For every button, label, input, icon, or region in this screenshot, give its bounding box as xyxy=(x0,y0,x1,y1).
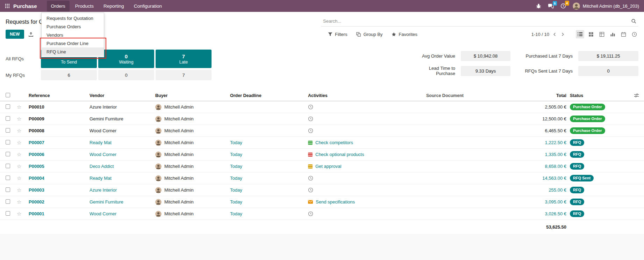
column-header-buyer[interactable]: Buyer xyxy=(155,93,230,98)
activity-label[interactable]: Get approval xyxy=(315,164,341,169)
table-row[interactable]: ☆ P00006 Wood Corner Mitchell Admin Toda… xyxy=(0,149,644,161)
menu-products[interactable]: Products xyxy=(71,1,98,12)
list-view-icon[interactable] xyxy=(576,30,584,38)
my-to-send-value[interactable]: 6 xyxy=(41,70,97,80)
search-icon[interactable] xyxy=(631,18,636,24)
activity-cell[interactable]: Check competitors xyxy=(308,140,386,145)
activity-clock-icon[interactable] xyxy=(308,128,313,133)
vendor-cell[interactable]: Azure Interior xyxy=(90,104,155,110)
reference-cell[interactable]: P00002 xyxy=(29,199,90,205)
graph-view-icon[interactable] xyxy=(608,30,617,38)
column-header-total[interactable]: Total xyxy=(503,93,567,98)
menu-item-vendors[interactable]: Vendors xyxy=(42,31,104,39)
activity-clock-icon[interactable] xyxy=(308,211,313,216)
debug-bug-icon[interactable] xyxy=(536,3,541,9)
table-row[interactable]: ☆ P00001 Wood Corner Mitchell Admin Toda… xyxy=(0,208,644,220)
activity-clock-icon[interactable] xyxy=(308,116,313,121)
menu-orders[interactable]: Orders xyxy=(47,1,70,12)
favorite-star-icon[interactable]: ☆ xyxy=(17,140,21,146)
row-checkbox[interactable] xyxy=(6,152,10,156)
vendor-cell[interactable]: Wood Corner xyxy=(90,128,155,133)
row-checkbox[interactable] xyxy=(6,199,10,204)
reference-cell[interactable]: P00006 xyxy=(29,152,90,157)
activity-cell[interactable] xyxy=(308,116,386,121)
kanban-view-icon[interactable] xyxy=(587,30,595,38)
vendor-cell[interactable]: Gemini Furniture xyxy=(90,199,155,205)
row-checkbox[interactable] xyxy=(6,104,10,109)
app-title[interactable]: Purchase xyxy=(13,3,37,9)
card-late[interactable]: 7 Late xyxy=(156,50,212,68)
favorite-star-icon[interactable]: ☆ xyxy=(17,116,21,122)
activity-cell[interactable]: Check optional products xyxy=(308,152,386,157)
favorite-star-icon[interactable]: ☆ xyxy=(17,163,21,169)
user-menu[interactable]: Mitchell Admin (db_16_203) xyxy=(573,2,639,10)
row-checkbox[interactable] xyxy=(6,176,10,180)
favorite-star-icon[interactable]: ☆ xyxy=(17,151,21,157)
row-checkbox[interactable] xyxy=(6,211,10,216)
menu-item-purchase-order-line[interactable]: Purchase Order Line xyxy=(42,39,104,47)
activity-cell[interactable]: Send specifications xyxy=(308,199,386,205)
column-header-activities[interactable]: Activities xyxy=(308,93,386,98)
my-late-value[interactable]: 7 xyxy=(156,70,212,80)
table-row[interactable]: ☆ P00009 Gemini Furniture Mitchell Admin… xyxy=(0,113,644,125)
pager-next-icon[interactable] xyxy=(560,32,565,37)
apps-grid-icon[interactable] xyxy=(5,3,10,8)
buyer-cell[interactable]: Mitchell Admin xyxy=(155,175,230,181)
row-checkbox[interactable] xyxy=(6,140,10,144)
reference-cell[interactable]: P00001 xyxy=(29,211,90,216)
column-header-vendor[interactable]: Vendor xyxy=(90,93,155,98)
calendar-view-icon[interactable] xyxy=(619,30,628,38)
menu-reporting[interactable]: Reporting xyxy=(99,1,128,12)
table-row[interactable]: ☆ P00008 Wood Corner Mitchell Admin 6,46… xyxy=(0,125,644,137)
column-header-status[interactable]: Status xyxy=(567,93,629,98)
my-waiting-value[interactable]: 0 xyxy=(98,70,154,80)
vendor-cell[interactable]: Gemini Furniture xyxy=(90,116,155,121)
upload-icon[interactable] xyxy=(28,32,34,37)
favorite-star-icon[interactable]: ☆ xyxy=(17,199,21,205)
table-row[interactable]: ☆ P00003 Azure Interior Mitchell Admin T… xyxy=(0,184,644,196)
group-by-button[interactable]: Group By xyxy=(356,32,382,37)
buyer-cell[interactable]: Mitchell Admin xyxy=(155,199,230,205)
activity-cell[interactable] xyxy=(308,176,386,181)
messages-icon[interactable]: 5 xyxy=(548,3,554,9)
search-input[interactable] xyxy=(323,18,628,24)
column-header-source-document[interactable]: Source Document xyxy=(386,93,503,98)
pager-previous-icon[interactable] xyxy=(552,32,557,37)
pager-value[interactable]: 1-10 / 10 xyxy=(531,32,549,37)
activity-clock-icon[interactable] xyxy=(308,176,313,181)
vendor-cell[interactable]: Azure Interior xyxy=(90,187,155,193)
activity-view-icon[interactable] xyxy=(630,30,638,38)
favorites-button[interactable]: Favorites xyxy=(392,32,417,37)
vendor-cell[interactable]: Deco Addict xyxy=(90,164,155,169)
reference-cell[interactable]: P00005 xyxy=(29,164,90,169)
optional-columns-icon[interactable] xyxy=(634,93,639,98)
menu-item-purchase-orders[interactable]: Purchase Orders xyxy=(42,22,104,31)
select-all-checkbox[interactable] xyxy=(6,93,10,97)
row-checkbox[interactable] xyxy=(6,128,10,133)
reference-cell[interactable]: P00009 xyxy=(29,116,90,121)
filters-button[interactable]: Filters xyxy=(328,32,347,37)
activity-label[interactable]: Check competitors xyxy=(315,140,353,145)
favorite-star-icon[interactable]: ☆ xyxy=(17,175,21,181)
table-row[interactable]: ☆ P00010 Azure Interior Mitchell Admin 2… xyxy=(0,101,644,113)
activity-cell[interactable]: Get approval xyxy=(308,164,386,169)
activity-label[interactable]: Check optional products xyxy=(315,152,364,157)
activity-cell[interactable] xyxy=(308,211,386,216)
reference-cell[interactable]: P00003 xyxy=(29,187,90,193)
buyer-cell[interactable]: Mitchell Admin xyxy=(155,151,230,158)
vendor-cell[interactable]: Wood Corner xyxy=(90,211,155,216)
buyer-cell[interactable]: Mitchell Admin xyxy=(155,163,230,170)
card-waiting[interactable]: 0 Waiting xyxy=(98,50,154,68)
activity-envelope-icon[interactable] xyxy=(308,200,313,204)
row-checkbox[interactable] xyxy=(6,116,10,121)
activity-cell[interactable] xyxy=(308,187,386,193)
reference-cell[interactable]: P00004 xyxy=(29,176,90,181)
buyer-cell[interactable]: Mitchell Admin xyxy=(155,116,230,122)
menu-configuration[interactable]: Configuration xyxy=(130,1,166,12)
reference-cell[interactable]: P00007 xyxy=(29,140,90,145)
buyer-cell[interactable]: Mitchell Admin xyxy=(155,140,230,146)
row-checkbox[interactable] xyxy=(6,187,10,192)
favorite-star-icon[interactable]: ☆ xyxy=(17,211,21,217)
vendor-cell[interactable]: Ready Mat xyxy=(90,176,155,181)
activity-clock-icon[interactable] xyxy=(308,187,313,193)
